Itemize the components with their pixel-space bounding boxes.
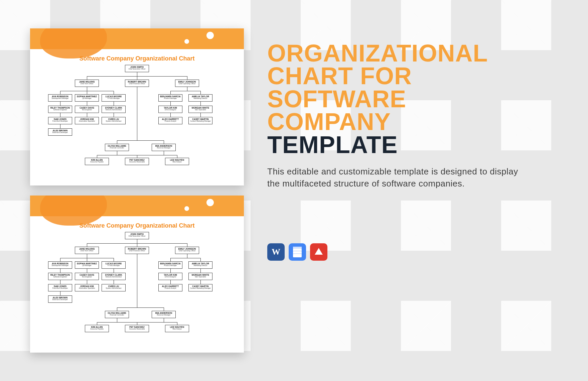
org-chart: JOHN SMITHChief Executive OfficerJANE WI…	[30, 232, 244, 352]
org-node: KIM ALLENAccounts Payable	[85, 325, 109, 332]
slide-banner	[30, 28, 244, 49]
org-node: ALEX BROWNBack-End Developer	[48, 128, 72, 136]
org-node: LEE NGUYENRisk Analyst	[165, 158, 189, 165]
org-node: JANE WILKINSChief Tech Officer	[75, 80, 99, 87]
title-line: COMPANY	[267, 110, 541, 133]
title-line: SOFTWARE	[267, 88, 541, 110]
org-node: AVA ROBINSONDevelopment Manager	[48, 261, 72, 269]
info-column: ORGANIZATIONAL CHART FOR SOFTWARE COMPAN…	[267, 28, 541, 261]
org-node: PAT SANCHEZAccounts Receivable	[125, 325, 149, 332]
org-node: ALEX GARRETTProduct Analyst	[158, 284, 182, 291]
org-node: CASEY MARTINContent Marketing Manager	[188, 117, 212, 124]
org-node: LUCAS MOOREIT Infra Manager	[102, 261, 126, 269]
title-line-dark: TEMPLATE	[267, 133, 541, 156]
org-node: LEE NGUYENRisk Analyst	[165, 325, 189, 332]
page: Software Company Organizational Chart JO…	[0, 12, 588, 369]
org-node: JOHN SMITHChief Executive Officer	[125, 232, 149, 239]
org-node: CASEY DAVISTest Engineer	[75, 106, 99, 113]
org-node: TAYLOR KIMUX/UI Designer	[158, 273, 182, 280]
org-node: SYDNEY CLARKNetwork Administrator	[102, 273, 126, 280]
word-icon	[267, 243, 285, 261]
slide-banner	[30, 196, 244, 216]
org-node: MIA ANDERSONRevenue Manager	[152, 144, 176, 151]
org-node: SOPHIA MARTINEZQA Manager	[75, 261, 99, 269]
org-node: SAM JONESFront-End Developer	[48, 117, 72, 124]
org-node: CHRIS LIUSystem Administrator	[102, 284, 126, 291]
org-node: TAYLOR KIMUX/UI Designer	[158, 106, 182, 113]
preview-column: Software Company Organizational Chart JO…	[30, 28, 244, 353]
org-node: LUCAS MOOREIT Infra Manager	[102, 94, 126, 102]
title-line: CHART FOR	[267, 65, 541, 87]
org-node: ALEX GARRETTProduct Analyst	[158, 117, 182, 124]
org-node: AMELIA TAYLORMarketing Director	[188, 261, 212, 269]
app-icons	[267, 243, 541, 261]
org-node: RILEY THOMPSONSoftware Engineer	[48, 273, 72, 280]
org-node: CASEY DAVISTest Engineer	[75, 273, 99, 280]
org-node: ROBERT BROWNChief Financial Officer	[125, 247, 149, 254]
org-node: OLIVIA WILLIAMSFinancial Controller	[105, 311, 129, 318]
org-node: MORGAN WHITESEO Specialist	[188, 106, 212, 113]
description: This editable and customizable template …	[267, 165, 521, 190]
org-node: SOPHIA MARTINEZQA Manager	[75, 94, 99, 102]
org-node: BENJAMIN GARCIAProduct Manager	[158, 94, 182, 102]
org-node: EMILY JOHNSONChief Operating Officer	[175, 80, 199, 87]
org-node: ALEX BROWNBack-End Developer	[48, 295, 72, 303]
preview-slide-2: Software Company Organizational Chart JO…	[30, 196, 244, 353]
org-node: JORDAN KIMAutomation Specialist	[75, 117, 99, 124]
org-node: KIM ALLENAccounts Payable	[85, 158, 109, 165]
org-node: RILEY THOMPSONSoftware Engineer	[48, 106, 72, 113]
org-node: AVA ROBINSONDevelopment Manager	[48, 94, 72, 102]
google-docs-icon	[289, 243, 306, 261]
org-node: ROBERT BROWNChief Financial Officer	[125, 80, 149, 87]
org-node: MIA ANDERSONRevenue Manager	[152, 311, 176, 318]
org-node: JORDAN KIMAutomation Specialist	[75, 284, 99, 291]
org-node: AMELIA TAYLORMarketing Director	[188, 94, 212, 102]
org-node: JANE WILKINSChief Tech Officer	[75, 247, 99, 254]
title-line: ORGANIZATIONAL	[267, 42, 541, 65]
org-node: CHRIS LIUSystem Administrator	[102, 117, 126, 124]
pdf-icon	[310, 243, 327, 261]
org-node: EMILY JOHNSONChief Operating Officer	[175, 247, 199, 254]
org-node: SYDNEY CLARKNetwork Administrator	[102, 106, 126, 113]
org-node: BENJAMIN GARCIAProduct Manager	[158, 261, 182, 269]
org-chart: JOHN SMITHChief Executive OfficerJANE WI…	[30, 65, 244, 185]
org-node: PAT SANCHEZAccounts Receivable	[125, 158, 149, 165]
org-node: OLIVIA WILLIAMSFinancial Controller	[105, 144, 129, 151]
preview-slide-1: Software Company Organizational Chart JO…	[30, 28, 244, 185]
org-node: CASEY MARTINContent Marketing Manager	[188, 284, 212, 291]
org-node: MORGAN WHITESEO Specialist	[188, 273, 212, 280]
org-node: JOHN SMITHChief Executive Officer	[125, 65, 149, 72]
org-node: SAM JONESFront-End Developer	[48, 284, 72, 291]
